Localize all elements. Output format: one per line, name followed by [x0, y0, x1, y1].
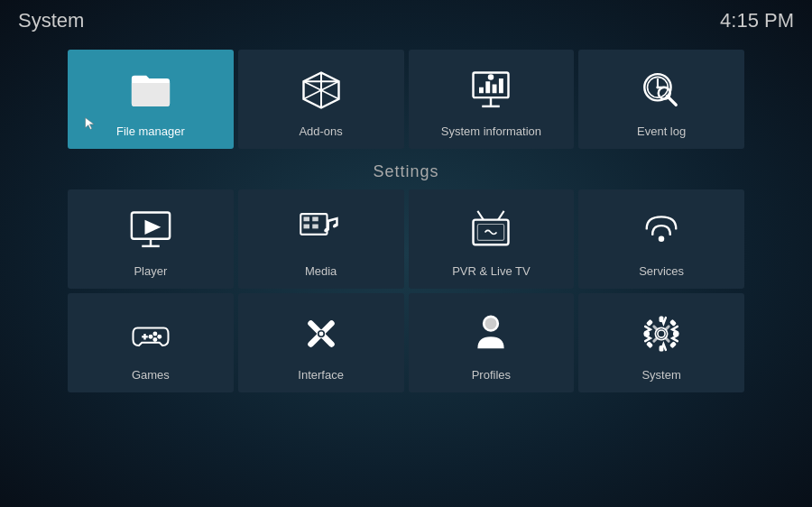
tile-event-log[interactable]: Event log	[578, 50, 744, 149]
system-information-icon	[464, 63, 518, 117]
svg-rect-62	[646, 341, 653, 348]
event-log-label: Event log	[637, 124, 686, 138]
svg-line-34	[478, 211, 484, 220]
svg-point-41	[157, 335, 161, 339]
file-manager-icon	[124, 63, 178, 117]
svg-rect-57	[660, 346, 664, 352]
add-ons-label: Add-ons	[299, 124, 342, 138]
games-icon	[124, 307, 178, 361]
svg-marker-0	[86, 118, 95, 130]
pvr-live-tv-icon	[464, 203, 518, 257]
profiles-icon	[464, 307, 518, 361]
svg-point-37	[659, 236, 665, 243]
svg-rect-59	[673, 332, 679, 336]
add-ons-icon	[294, 63, 348, 117]
svg-line-4	[303, 90, 321, 99]
svg-rect-30	[312, 217, 318, 221]
tile-system[interactable]: System	[578, 293, 744, 392]
svg-point-50	[485, 318, 497, 329]
svg-point-40	[152, 332, 157, 336]
media-icon	[294, 203, 348, 257]
svg-line-35	[499, 211, 505, 220]
tile-games[interactable]: Games	[68, 293, 234, 392]
svg-marker-27	[144, 220, 161, 235]
svg-rect-63	[669, 341, 677, 348]
svg-rect-32	[312, 225, 318, 229]
svg-line-5	[321, 90, 339, 99]
cursor-icon	[84, 116, 98, 131]
tile-file-manager[interactable]: File manager	[68, 50, 234, 149]
svg-point-21	[656, 86, 659, 88]
svg-rect-60	[646, 319, 653, 327]
tile-interface[interactable]: Interface	[238, 293, 404, 392]
svg-rect-61	[669, 319, 677, 327]
profiles-label: Profiles	[472, 368, 511, 382]
tile-add-ons[interactable]: Add-ons	[238, 50, 404, 149]
svg-rect-14	[499, 78, 503, 93]
app-title: System	[18, 9, 84, 32]
pvr-live-tv-label: PVR & Live TV	[452, 264, 530, 278]
svg-line-6	[303, 81, 321, 90]
tile-media[interactable]: Media	[238, 189, 404, 289]
tile-pvr-live-tv[interactable]: PVR & Live TV	[409, 189, 575, 289]
svg-rect-58	[644, 332, 651, 336]
header: System 4:15 PM	[0, 0, 812, 41]
tile-services[interactable]: Services	[578, 189, 744, 289]
tile-system-information[interactable]: System information	[409, 50, 575, 149]
interface-icon	[294, 307, 348, 361]
svg-rect-13	[493, 85, 497, 94]
top-row: File manager Add-ons	[68, 50, 744, 149]
svg-point-42	[152, 337, 157, 342]
svg-point-47	[318, 332, 323, 336]
player-icon	[124, 203, 178, 257]
svg-rect-29	[303, 217, 309, 221]
clock: 4:15 PM	[720, 9, 794, 32]
svg-rect-11	[479, 88, 484, 94]
svg-rect-56	[660, 317, 664, 323]
system-label: System	[641, 368, 680, 382]
tile-player[interactable]: Player	[68, 189, 234, 289]
games-label: Games	[132, 368, 170, 382]
tile-profiles[interactable]: Profiles	[409, 293, 575, 392]
media-label: Media	[305, 264, 337, 278]
player-label: Player	[134, 264, 167, 278]
file-manager-label: File manager	[116, 124, 185, 138]
svg-rect-12	[486, 81, 491, 93]
services-label: Services	[639, 264, 684, 278]
event-log-icon	[634, 63, 688, 117]
settings-label: Settings	[0, 162, 812, 181]
system-information-label: System information	[441, 124, 541, 138]
services-icon	[634, 203, 688, 257]
settings-grid: Player Media	[68, 189, 744, 392]
svg-rect-31	[303, 225, 309, 229]
svg-line-7	[321, 81, 339, 90]
svg-point-43	[148, 335, 152, 339]
svg-point-15	[488, 74, 494, 80]
system-icon	[634, 307, 688, 361]
interface-label: Interface	[298, 368, 344, 382]
